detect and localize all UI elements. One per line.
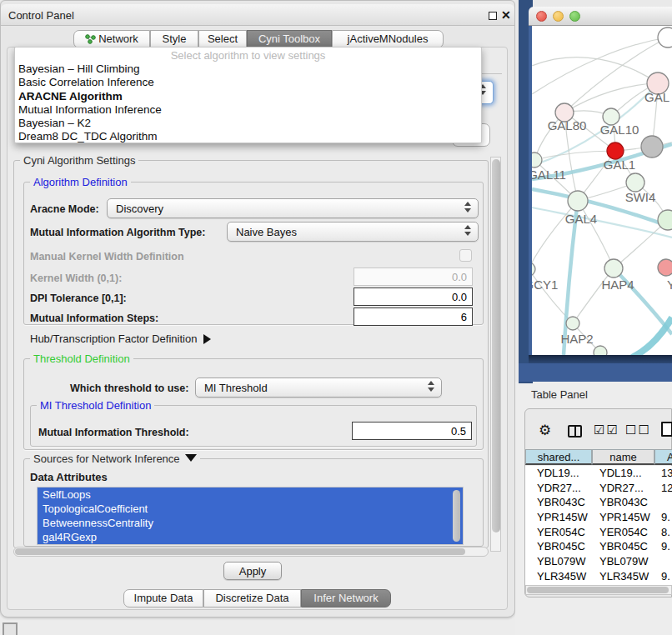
tab-network[interactable]: Network — [73, 30, 150, 48]
network-node[interactable] — [658, 28, 672, 48]
tab-label: Select — [208, 32, 238, 45]
algorithm-option[interactable]: Basic Correlation Inference — [15, 76, 481, 89]
stepper-icon — [464, 225, 472, 236]
tab-style[interactable]: Style — [150, 30, 198, 48]
settings-gear-icon[interactable]: ⚙ — [539, 422, 551, 439]
aracne-mode-label: Aracne Mode: — [30, 203, 99, 215]
column-header-name[interactable]: name — [592, 449, 654, 465]
manual-kernel-label: Manual Kernel Width Definition — [30, 251, 184, 262]
close-icon[interactable]: ✕ — [501, 8, 511, 22]
table-cell: YBL079W — [525, 554, 592, 569]
tab-label: Network — [98, 32, 138, 45]
float-window-icon[interactable] — [489, 12, 497, 20]
table-cell: YBR043C — [525, 495, 592, 510]
mi-threshold-field[interactable]: 0.5 — [352, 422, 472, 440]
attribute-item[interactable]: SelfLoops — [38, 488, 463, 502]
algorithm-popup-list[interactable]: Bayesian – Hill ClimbingBasic Correlatio… — [15, 62, 481, 143]
control-panel-titlebar[interactable] — [1, 4, 514, 26]
network-node[interactable] — [604, 259, 623, 278]
kernel-width-field[interactable]: 0.0 — [354, 268, 473, 286]
attribute-list[interactable]: SelfLoopsTopologicalCoefficientBetweenne… — [37, 487, 464, 545]
table-row[interactable]: YLR345WYLR345W9. — [525, 569, 672, 584]
tab-label: Style — [163, 32, 187, 45]
table-cell: 9. — [654, 569, 672, 584]
table-cell — [654, 495, 672, 510]
algorithm-dropdown: Select algorithm to view settings Bayesi… — [14, 47, 482, 143]
table-row[interactable]: YBR043CYBR043C — [525, 495, 672, 510]
network-node[interactable] — [641, 136, 663, 158]
mi-type-value: Naive Bayes — [236, 226, 297, 238]
network-node[interactable] — [532, 262, 535, 276]
minimize-traffic-light-icon[interactable] — [553, 11, 564, 22]
close-traffic-light-icon[interactable] — [536, 11, 547, 22]
network-node[interactable] — [594, 346, 607, 355]
hub-section-toggle[interactable]: Hub/Transcription Factor Definition — [30, 332, 211, 345]
table-row[interactable]: YDL19...YDL19...13 — [525, 466, 672, 481]
apply-button[interactable]: Apply — [223, 562, 282, 580]
network-node[interactable] — [532, 152, 542, 168]
column-view-icon[interactable] — [568, 425, 582, 438]
tab-discretize-data[interactable]: Discretize Data — [203, 589, 301, 608]
deselect-all-icon[interactable]: ☐☐ — [625, 422, 651, 438]
tab-jactivemnodules[interactable]: jActiveMNodules — [332, 30, 444, 48]
manual-kernel-checkbox[interactable] — [459, 249, 472, 262]
table-row[interactable]: YER054CYER054C8. — [525, 525, 672, 540]
table-row[interactable]: YBL079WYBL079W — [525, 554, 672, 569]
sources-section-toggle[interactable]: Sources for Network Inference — [30, 452, 200, 465]
collapsed-panel-icon[interactable] — [3, 622, 18, 635]
attribute-item[interactable]: gal4RGexp — [38, 530, 463, 544]
column-header-shared-name[interactable]: shared... — [525, 449, 592, 465]
table-cell: YLR345W — [592, 569, 654, 584]
network-node-label: GAL4 — [565, 212, 597, 226]
table-row[interactable]: YBR045CYBR045C9. — [525, 539, 672, 554]
column-header-third[interactable]: A — [654, 449, 672, 465]
dpi-tolerance-field[interactable]: 0.0 — [354, 288, 473, 306]
table-cell: 9. — [654, 539, 672, 554]
select-all-icon[interactable]: ☑☑ — [594, 422, 619, 438]
table-hscrollbar-thumb[interactable] — [527, 587, 669, 593]
algorithm-option[interactable]: Dream8 DC_TDC Algorithm — [15, 130, 481, 143]
mi-steps-field[interactable]: 6 — [354, 308, 473, 326]
page-icon[interactable] — [661, 422, 672, 437]
tab-impute-data[interactable]: Impute Data — [123, 589, 203, 608]
tab-select[interactable]: Select — [198, 30, 247, 48]
network-node[interactable] — [607, 142, 624, 159]
tab-cyni-toolbox[interactable]: Cyni Toolbox — [247, 30, 332, 48]
network-node-label: GAL1 — [604, 158, 635, 172]
attribute-list-scrollbar-thumb[interactable] — [453, 490, 460, 542]
algorithm-option[interactable]: Bayesian – Hill Climbing — [15, 62, 481, 76]
settings-hscrollbar-thumb[interactable] — [15, 548, 465, 555]
table-cell: YDR27... — [525, 481, 592, 496]
hub-section-label: Hub/Transcription Factor Definition — [30, 332, 197, 345]
which-threshold-select[interactable]: MI Threshold — [195, 378, 442, 398]
algorithm-option[interactable]: ARACNE Algorithm — [15, 90, 481, 103]
algorithm-option[interactable]: Mutual Information Inference — [15, 103, 481, 117]
aracne-mode-select[interactable]: Discovery — [107, 198, 479, 218]
network-node-label: GAL80 — [548, 118, 587, 132]
zoom-traffic-light-icon[interactable] — [569, 11, 580, 22]
table-row[interactable]: YPR145WYPR145W9. — [525, 510, 672, 525]
network-node-label: Y — [667, 278, 672, 292]
network-node-label: HAP4 — [601, 278, 634, 292]
mi-steps-label: Mutual Information Steps: — [30, 312, 158, 324]
network-node[interactable] — [658, 210, 672, 230]
network-node[interactable] — [658, 259, 672, 276]
tab-label: Cyni Toolbox — [258, 32, 320, 45]
collapsed-arrow-icon — [203, 334, 211, 344]
attribute-item[interactable]: BetweennessCentrality — [38, 516, 463, 530]
network-node[interactable] — [566, 317, 579, 330]
settings-scrollbar-thumb[interactable] — [492, 159, 500, 532]
attribute-item[interactable]: TopologicalCoefficient — [38, 502, 463, 516]
table-cell: 9. — [654, 510, 672, 525]
network-window-titlebar[interactable] — [529, 7, 672, 26]
tab-infer-network[interactable]: Infer Network — [301, 589, 391, 608]
algorithm-option[interactable]: Bayesian – K2 — [15, 117, 481, 130]
table-cell: YDR27... — [592, 481, 654, 496]
threshold-definition-label: Threshold Definition — [30, 352, 133, 365]
table-cell: YBR045C — [525, 539, 592, 554]
network-node[interactable] — [626, 173, 644, 192]
mi-type-select[interactable]: Naive Bayes — [227, 222, 479, 242]
network-canvas[interactable]: GALGAL80GAL10GAL1GAL11SWI4GAL4GCY1HAP4YH… — [532, 26, 672, 355]
network-node[interactable] — [568, 191, 588, 211]
table-row[interactable]: YDR27...YDR27...12 — [525, 481, 672, 496]
